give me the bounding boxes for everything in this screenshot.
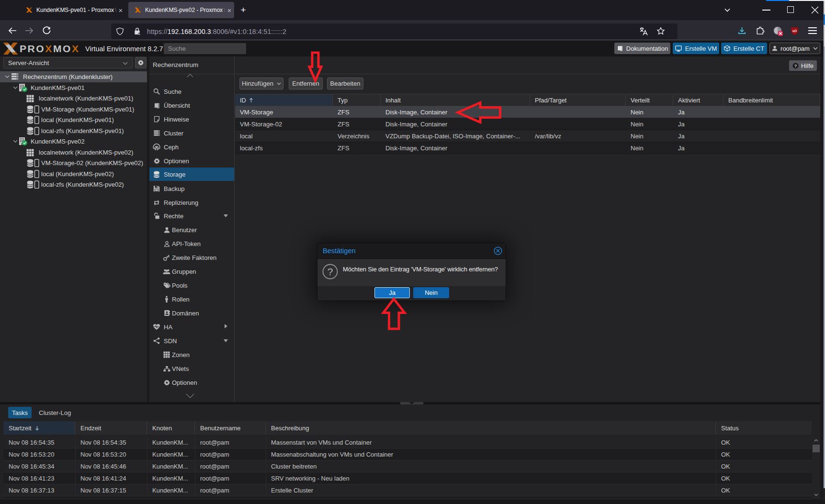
svg-text:?: ? (328, 266, 333, 277)
svg-text:uO: uO (792, 29, 797, 33)
svg-text:?: ? (794, 63, 797, 68)
